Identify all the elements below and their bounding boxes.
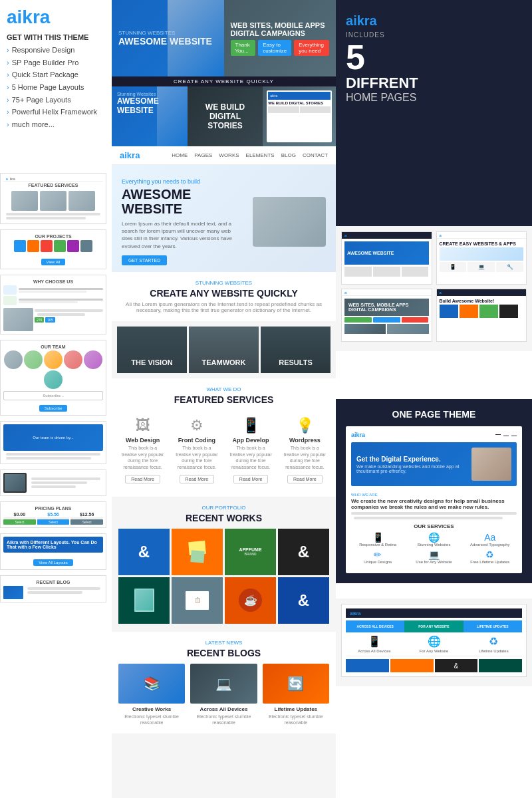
rs-dg-2 <box>387 324 428 334</box>
pricing-btn-1[interactable]: Select <box>3 519 36 525</box>
service-item-appdevelop: 📱 App Develop This book is a treatise ve… <box>227 412 275 489</box>
work-item-3[interactable]: APPFUME BRAND <box>225 529 276 575</box>
service-btn-frontcoding[interactable]: Read More <box>180 475 215 483</box>
work-item-4[interactable]: & <box>278 529 329 575</box>
nav-link-contact[interactable]: CONTACT <box>303 152 328 158</box>
work-item-8[interactable]: & <box>278 577 329 624</box>
br-services: 📱 Across All Devices 🌐 For Any Website ♻… <box>346 635 522 653</box>
device-line-3 <box>31 485 76 488</box>
sidebar-item-spbuilder[interactable]: SP Page Builder Pro <box>7 57 105 69</box>
mini-text-e <box>35 309 103 312</box>
work-item-5[interactable] <box>118 577 170 624</box>
work-item-6[interactable]: 📋 <box>172 577 223 624</box>
banner-btn-1[interactable]: Thank You... <box>231 40 256 56</box>
mini-text-f <box>37 313 85 316</box>
op-services-grid: 📱 Responsive & Retina 🌐 Stunning Website… <box>351 532 517 547</box>
blog-icon-3: 🔄 <box>287 676 304 692</box>
nav-link-works[interactable]: WORKS <box>219 152 239 158</box>
work-papers: 📋 <box>186 591 209 610</box>
op-service-3: Aa Advanced Typography <box>464 532 517 547</box>
device-line-2 <box>31 481 87 484</box>
work-item-1[interactable]: & <box>118 529 170 575</box>
service-icon-frontcoding: ⚙ <box>175 417 218 434</box>
service-btn-appdevelop[interactable]: Read More <box>233 475 269 483</box>
nav-link-elements[interactable]: ELEMENTS <box>246 152 275 158</box>
sticky-2 <box>190 550 204 563</box>
service-name-appdevelop: App Develop <box>229 437 273 444</box>
mini-proj-5 <box>67 240 79 252</box>
right-screenshots-container: a AWESOME WEBSITE a CREATE EASY WEBSITES… <box>336 226 532 351</box>
hero-btn[interactable]: GET STARTED <box>122 255 167 265</box>
rs-img-2 <box>440 247 524 261</box>
banner-btn-2[interactable]: Easy to customize <box>258 40 291 56</box>
service-btn-webdesign[interactable]: Read More <box>125 475 160 483</box>
br-logo-1: aikra <box>350 611 360 616</box>
mini-text-a <box>19 288 103 290</box>
mini-blog-text <box>25 586 103 599</box>
rs-dg-1 <box>344 324 386 334</box>
mini-proj-6 <box>80 240 92 252</box>
team-input-placeholder[interactable]: Subscribe... <box>3 391 103 400</box>
sidebar-item-pagelayouts[interactable]: 75+ Page Layouts <box>7 94 105 106</box>
sidebar-item-responsive[interactable]: Responsive Design <box>7 44 105 57</box>
mini-layouts-btn[interactable]: View All Layouts <box>33 559 73 566</box>
pricing-btn-3[interactable]: Select <box>70 519 103 525</box>
blogs-title: RECENT BLOGS <box>118 648 329 658</box>
team-subscribe-btn[interactable]: Subscribe <box>39 405 68 412</box>
br-svc-icon-3: ♻ <box>465 635 522 648</box>
banner-right: WEB SITES, MOBILE APPS DIGITAL CAMPAIGNS… <box>224 0 336 76</box>
sidebar-item-quickstart[interactable]: Quick Start Package <box>7 68 105 81</box>
work-symbol-8: & <box>298 591 309 610</box>
nav-link-home[interactable]: HOME <box>172 152 188 158</box>
service-desc-frontcoding: This book is a treatise very popular dur… <box>175 445 218 471</box>
op-service-2: 🌐 Stunning Websites <box>407 532 460 547</box>
nav-link-pages[interactable]: PAGES <box>194 152 212 158</box>
work-cup: ☕ <box>239 589 262 612</box>
rs-dark-hero: WEB SITES, MOBILE APPS DIGITAL CAMPAIGNS <box>344 299 429 316</box>
nav-link-blog[interactable]: BLOG <box>281 152 296 158</box>
sp2-title: WE BUILD DIGITAL STORIES <box>268 101 331 105</box>
mini-tablet <box>3 473 27 493</box>
mini-item-1 <box>11 191 38 211</box>
banner-btn-3[interactable]: Everything you need <box>294 40 329 56</box>
mini-pricing-cols: $0.00 Select $5.56 Select $12.56 Select <box>3 512 103 525</box>
service-btn-wordpress[interactable]: Read More <box>287 475 323 483</box>
mini-company-text: Our team is driven by... <box>33 436 74 440</box>
rs-w4 <box>499 305 518 318</box>
work-item-7[interactable]: ☕ <box>225 577 276 624</box>
mini-screenshot-device <box>0 469 106 496</box>
works-title: RECENT WORKS <box>118 513 329 523</box>
vision-card-teamwork: TEAMWORK <box>189 327 259 373</box>
sidebar-cta[interactable]: GET WITH THIS THEME <box>7 33 105 41</box>
mini-layouts-btn-container: View All Layouts <box>3 555 103 567</box>
hero-subtitle: Everything you needs to build <box>122 178 253 185</box>
right-ss-2: a CREATE EASY WEBSITES & APPS 📱 💻 🔧 <box>436 231 527 285</box>
right-ss-1: a AWESOME WEBSITE <box>341 231 432 285</box>
sidebar-item-helix[interactable]: Powerful Helix Framework <box>7 106 105 118</box>
service-desc-webdesign: This book is a treatise very popular dur… <box>121 445 164 471</box>
hero-img <box>253 197 326 247</box>
one-page-section: ONE PAGE THEME aikra Get the Digital Exp… <box>336 399 532 583</box>
op-service-1: 📱 Responsive & Retina <box>351 532 404 547</box>
mini-screenshot-projects: OUR PROJECTS View All <box>0 229 106 269</box>
rs-btn-row <box>344 317 429 323</box>
work-item-2[interactable] <box>172 529 223 575</box>
sidebar-item-homelayouts[interactable]: 5 Home Page Layouts <box>7 81 105 94</box>
service-item-frontcoding: ⚙ Front Coding This book is a treatise v… <box>172 412 221 489</box>
people-bg <box>168 0 223 76</box>
sidebar-item-more[interactable]: much more... <box>7 118 105 131</box>
op-service-name-3: Advanced Typography <box>464 543 517 547</box>
service-desc-appdevelop: This book is a treatise very popular dur… <box>229 445 273 471</box>
mini-proj-2 <box>27 240 39 252</box>
blog-img-content-3: 🔄 <box>263 664 329 704</box>
br-svc-name-1: Across All Devices <box>346 649 403 653</box>
service-icon-wordpress: 💡 <box>283 417 327 434</box>
mini-view-btn[interactable]: View All <box>41 259 66 265</box>
mini-projects-title: OUR PROJECTS <box>3 233 103 240</box>
right-diffrent: DIFFRENT <box>346 74 522 92</box>
pricing-btn-2[interactable]: Select <box>37 519 70 525</box>
service-item-wordpress: 💡 Wordpress This book is a treatise very… <box>281 412 329 489</box>
team-member-3 <box>44 350 63 369</box>
mini-screenshot-whyus: WHY CHOOSE US <box>0 275 106 334</box>
service-name-webdesign: Web Design <box>121 437 164 444</box>
